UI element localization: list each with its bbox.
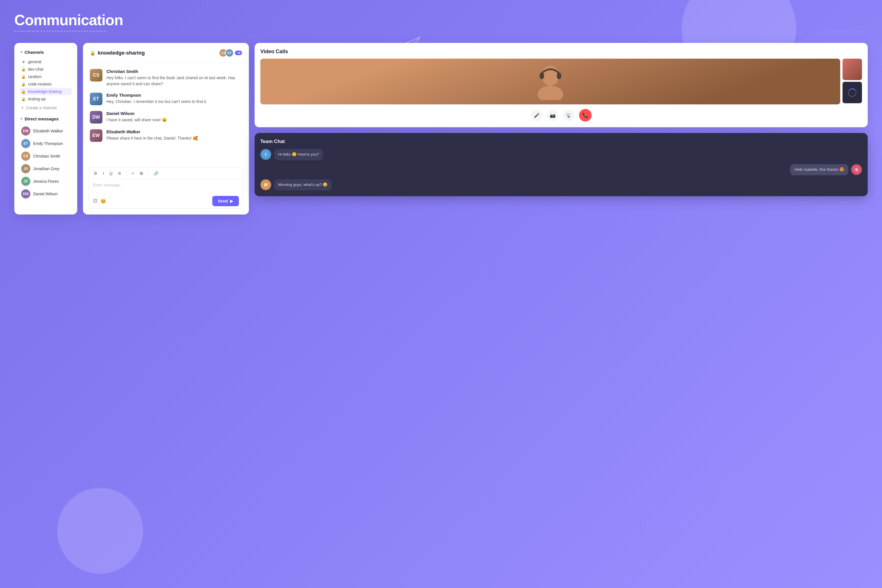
message-row-daniel: DW Daniel Wilson I have it saved, will s… xyxy=(90,111,242,123)
dm-item-elizabeth-walker[interactable]: EW Elizabeth Walker xyxy=(20,125,72,137)
msg-text-elizabeth: Please share it here in the chat, Daniel… xyxy=(107,135,198,141)
plus-icon: + xyxy=(21,105,24,110)
msg-author-emily: Emily Thompson xyxy=(107,93,207,98)
send-button[interactable]: Send ▶ xyxy=(212,196,239,206)
channel-item-code-reviews[interactable]: 🔒 code-reviews xyxy=(20,80,72,88)
dm-name-jonathan-grey: Jonathan Grey xyxy=(33,166,60,171)
avatar-christian-smith: CS xyxy=(21,152,30,161)
chat-header: 🔒 knowledge-sharing CS ET +4 xyxy=(83,43,249,63)
avatar-jessica-flores: JF xyxy=(21,177,30,186)
video-thumbnails xyxy=(843,58,862,104)
video-thumb-1 xyxy=(843,58,862,80)
dm-item-daniel-wilson[interactable]: DW Daniel Wilson xyxy=(20,188,72,200)
dm-name-jessica-flores: Jessica Flores xyxy=(33,179,59,184)
link-button[interactable]: 🔗 xyxy=(152,171,160,176)
avatar-elizabeth-walker: EW xyxy=(21,126,30,135)
page-background: Communication ▼ Channels # general 🔒 dev… xyxy=(0,0,882,588)
team-chat-card: Team Chat I Hi folks 🙂 How're you? S Hel… xyxy=(255,133,868,196)
channels-section-header: ▼ Channels xyxy=(20,50,72,55)
msg-content-daniel: Daniel Wilson I have it saved, will shar… xyxy=(107,111,167,123)
svg-point-3 xyxy=(539,72,544,79)
dm-item-christian-smith[interactable]: CS Christian Smith xyxy=(20,150,72,162)
video-person-main-face xyxy=(260,58,840,104)
create-channel-label: Create a channel xyxy=(26,105,57,110)
dm-name-emily-thompson: Emily Thompson xyxy=(33,141,63,146)
image-upload-button[interactable]: 🖼 xyxy=(93,198,98,204)
emoji-button[interactable]: 😊 xyxy=(101,198,106,204)
main-layout: ▼ Channels # general 🔒 dev-chat 🔒 random… xyxy=(14,43,868,214)
camera-button[interactable]: 📷 xyxy=(547,110,559,121)
placeholder-text: Enter message... xyxy=(93,183,123,188)
channel-name-label: knowledge-sharing xyxy=(98,50,145,56)
screen-share-button[interactable]: 📡 xyxy=(563,110,574,121)
sidebar-card: ▼ Channels # general 🔒 dev-chat 🔒 random… xyxy=(14,43,77,214)
dm-name-christian-smith: Christian Smith xyxy=(33,154,60,159)
dm-item-emily-thompson[interactable]: ET Emily Thompson xyxy=(20,137,72,150)
chat-messages: CS Christian Smith Hey folks. I can't se… xyxy=(83,63,249,167)
tc-bubble-sarah: Hello Isabelle, fine thanks 😍 xyxy=(790,164,848,176)
tc-msg-mike: M Morning guys, what's up? 😏 xyxy=(260,179,862,190)
bold-button[interactable]: B xyxy=(93,171,98,176)
video-grid xyxy=(260,58,862,104)
input-footer: 🖼 😊 Send ▶ xyxy=(89,194,243,208)
page-title: Communication xyxy=(14,12,868,28)
title-underline xyxy=(14,31,106,32)
dm-item-jonathan-grey[interactable]: JG Jonathan Grey xyxy=(20,162,72,175)
strikethrough-button[interactable]: S xyxy=(117,171,122,176)
participant-count-badge: +4 xyxy=(235,51,242,55)
avatar-daniel-wilson: DW xyxy=(21,189,30,198)
end-call-button[interactable]: 📞 xyxy=(579,109,592,122)
mic-button[interactable]: 🎤 xyxy=(531,110,542,121)
team-chat-title: Team Chat xyxy=(260,139,862,144)
bg-shape-2 xyxy=(57,488,143,574)
msg-content-elizabeth: Elizabeth Walker Please share it here in… xyxy=(107,129,198,141)
dm-name-daniel-wilson: Daniel Wilson xyxy=(33,192,58,196)
input-toolbar: B I U S ≡ ⊞ 🔗 xyxy=(89,168,243,179)
msg-author-elizabeth: Elizabeth Walker xyxy=(107,129,198,134)
video-calls-card: Video Calls xyxy=(255,43,868,127)
lock-icon-code-reviews: 🔒 xyxy=(21,82,26,86)
bullet-list-button[interactable]: ≡ xyxy=(130,171,135,176)
channel-item-testing-qa[interactable]: 🔒 testing-qa xyxy=(20,95,72,103)
channel-item-general[interactable]: # general xyxy=(20,58,72,66)
msg-text-emily: Hey, Christian. I remember it too but ca… xyxy=(107,99,207,105)
svg-point-2 xyxy=(538,86,563,100)
video-thumb-placeholder xyxy=(843,82,862,103)
dm-section-header: ▼ Direct messages xyxy=(20,116,72,121)
dm-chevron-icon: ▼ xyxy=(20,117,23,120)
italic-button[interactable]: I xyxy=(102,171,105,176)
tc-bubble-mike: Morning guys, what's up? 😏 xyxy=(274,179,332,190)
channel-item-dev-chat[interactable]: 🔒 dev-chat xyxy=(20,66,72,73)
channel-item-knowledge-sharing[interactable]: 🔒 knowledge-sharing xyxy=(20,88,72,95)
participant-av-2: ET xyxy=(225,49,234,57)
lock-icon-random: 🔒 xyxy=(21,75,26,79)
channel-name-general: general xyxy=(28,60,42,64)
send-arrow-icon: ▶ xyxy=(230,199,233,203)
msg-avatar-emily: ET xyxy=(90,93,102,105)
underline-button[interactable]: U xyxy=(108,171,114,176)
video-thumb-face-1 xyxy=(843,58,862,80)
message-input-placeholder: Enter message... xyxy=(89,179,243,194)
video-main-feed xyxy=(260,58,840,104)
avatar-emily-thompson: ET xyxy=(21,139,30,148)
msg-avatar-christian: CS xyxy=(90,69,102,81)
message-row-christian: CS Christian Smith Hey folks. I can't se… xyxy=(90,69,242,87)
msg-avatar-elizabeth: EW xyxy=(90,129,102,142)
channels-chevron-icon: ▼ xyxy=(20,51,23,54)
channel-item-random[interactable]: 🔒 random xyxy=(20,73,72,80)
message-row-elizabeth: EW Elizabeth Walker Please share it here… xyxy=(90,129,242,142)
lock-icon-dev-chat: 🔒 xyxy=(21,67,26,72)
msg-content-emily: Emily Thompson Hey, Christian. I remembe… xyxy=(107,93,207,105)
channels-label: Channels xyxy=(25,50,44,55)
dm-item-jessica-flores[interactable]: JF Jessica Flores xyxy=(20,175,72,188)
input-action-icons: 🖼 😊 xyxy=(93,198,106,204)
create-channel-button[interactable]: + Create a channel xyxy=(20,104,72,112)
numbered-list-button[interactable]: ⊞ xyxy=(138,171,144,176)
loading-spinner xyxy=(848,88,856,97)
avatar-jonathan-grey: JG xyxy=(21,164,30,173)
svg-point-4 xyxy=(557,72,561,79)
channel-name-knowledge: knowledge-sharing xyxy=(28,89,62,94)
video-calls-title: Video Calls xyxy=(260,49,862,55)
msg-content-christian: Christian Smith Hey folks. I can't seem … xyxy=(107,69,242,87)
dm-name-elizabeth-walker: Elizabeth Walker xyxy=(33,129,63,133)
